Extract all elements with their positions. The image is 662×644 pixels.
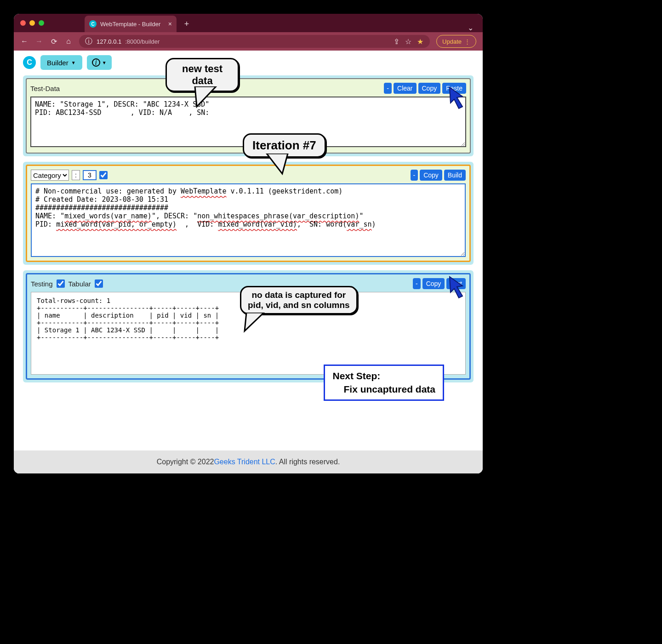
back-button[interactable]: ←	[20, 37, 29, 46]
svg-marker-3	[450, 87, 462, 108]
svg-marker-1	[267, 154, 288, 174]
footer-post: . All rights reserved.	[275, 458, 340, 466]
reload-button[interactable]: ⟳	[50, 37, 58, 46]
browser-window: C WebTemplate - Builder × + ⌄ ← → ⟳ ⌂ ⓘ …	[14, 14, 483, 473]
bookmark-filled-icon[interactable]: ★	[416, 37, 424, 46]
update-button[interactable]: Update ⋮	[436, 35, 476, 48]
app-logo: C	[23, 56, 36, 69]
testing-copy-button[interactable]: Copy	[422, 278, 445, 289]
page-content: C Builder ▼ i ▼ Test-Data - Clear Copy	[14, 51, 483, 473]
titlebar: C WebTemplate - Builder × + ⌄	[14, 14, 483, 32]
next-step-box: Next Step: Fix uncaptured data	[324, 365, 444, 401]
category-select[interactable]: Category	[31, 170, 69, 181]
template-panel: Category - Copy Build # Non-commercial u…	[26, 165, 471, 262]
callout-no-capture: no data is captured for pid, vid, and sn…	[240, 286, 358, 314]
separator-input[interactable]	[72, 170, 80, 180]
url-input[interactable]: ⓘ 127.0.0.1:8000/builder ⇪ ☆ ★	[79, 35, 430, 48]
template-textarea[interactable]: # Non-commercial use: generated by WebTe…	[31, 183, 466, 257]
info-icon: i	[92, 58, 100, 67]
testdata-clear-button[interactable]: Clear	[394, 83, 416, 94]
close-window-button[interactable]	[20, 20, 26, 26]
bookmark-outline-icon[interactable]: ☆	[404, 37, 412, 46]
page-footer: Copyright © 2022 Geeks Trident LLC . All…	[14, 450, 483, 473]
minimize-window-button[interactable]	[29, 20, 35, 26]
share-icon[interactable]: ⇪	[392, 37, 400, 46]
chevron-down-icon: ▼	[102, 60, 107, 65]
tabular-checkbox[interactable]	[95, 279, 103, 288]
testdata-collapse-button[interactable]: -	[384, 83, 392, 94]
template-copy-button[interactable]: Copy	[420, 170, 442, 181]
url-path: :8000/builder	[125, 38, 160, 45]
svg-marker-2	[245, 313, 264, 331]
builder-menu-button[interactable]: Builder ▼	[40, 55, 82, 70]
maximize-window-button[interactable]	[39, 20, 44, 26]
info-menu-button[interactable]: i ▼	[87, 55, 112, 70]
forward-button[interactable]: →	[35, 37, 43, 46]
callout-tail-icon	[193, 86, 221, 108]
svg-marker-4	[450, 277, 462, 298]
update-label: Update	[442, 38, 462, 45]
next-step-line2: Fix uncaptured data	[332, 383, 435, 396]
callout-tail-icon	[265, 154, 292, 176]
footer-pre: Copyright © 2022	[157, 458, 214, 466]
testdata-copy-button[interactable]: Copy	[418, 83, 441, 94]
template-panel-wrap: Category - Copy Build # Non-commercial u…	[23, 162, 474, 265]
tab-strip: C WebTemplate - Builder × + ⌄	[85, 14, 476, 32]
template-toggle-checkbox[interactable]	[99, 171, 108, 179]
next-step-line1: Next Step:	[332, 370, 435, 382]
testing-collapse-button[interactable]: -	[413, 278, 421, 289]
app-toolbar: C Builder ▼ i ▼	[23, 55, 474, 70]
template-build-button[interactable]: Build	[444, 170, 466, 181]
builder-menu-label: Builder	[47, 59, 68, 67]
tabs-overflow-button[interactable]: ⌄	[465, 23, 476, 32]
tab-webtemplate-builder[interactable]: C WebTemplate - Builder ×	[85, 16, 177, 32]
testdata-title: Test-Data	[30, 85, 60, 92]
template-collapse-button[interactable]: -	[411, 170, 418, 181]
cursor-arrow-icon	[449, 276, 469, 299]
address-bar: ← → ⟳ ⌂ ⓘ 127.0.0.1:8000/builder ⇪ ☆ ★ U…	[14, 32, 483, 51]
url-host: 127.0.0.1	[97, 38, 121, 45]
testing-title: Testing	[31, 280, 53, 288]
testing-enabled-checkbox[interactable]	[57, 279, 65, 288]
tab-favicon: C	[89, 20, 97, 28]
new-tab-button[interactable]: +	[180, 17, 193, 30]
home-button[interactable]: ⌂	[64, 37, 73, 46]
site-info-icon[interactable]: ⓘ	[85, 37, 93, 46]
close-tab-button[interactable]: ×	[168, 20, 172, 28]
svg-marker-0	[195, 86, 216, 107]
callout-tail-icon	[244, 313, 267, 333]
chevron-down-icon: ▼	[71, 60, 76, 65]
tab-title: WebTemplate - Builder	[100, 21, 160, 28]
footer-link[interactable]: Geeks Trident LLC	[214, 458, 275, 466]
kebab-icon: ⋮	[464, 38, 470, 45]
cursor-arrow-icon	[449, 86, 469, 109]
count-input[interactable]	[83, 170, 97, 180]
tabular-label: Tabular	[68, 280, 91, 288]
